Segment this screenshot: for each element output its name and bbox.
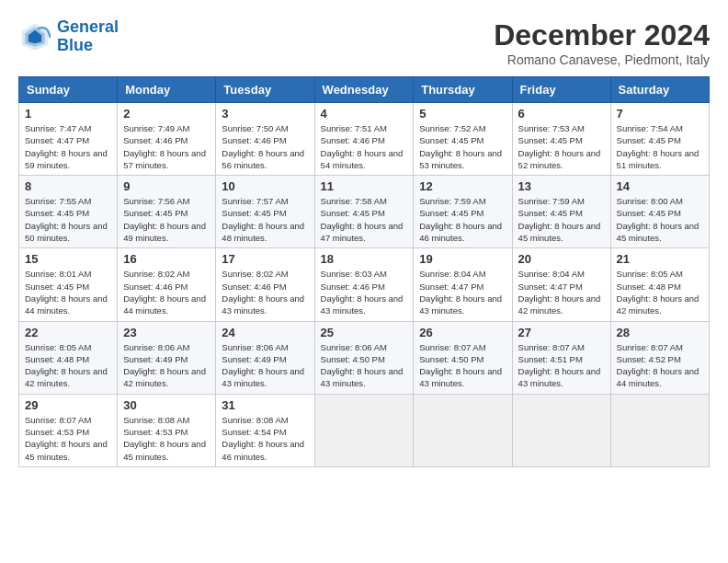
weekday-header: Monday	[118, 77, 216, 103]
day-number: 28	[617, 326, 703, 339]
calendar-cell: 25Sunrise: 8:06 AMSunset: 4:50 PMDayligh…	[314, 321, 414, 394]
weekday-header: Saturday	[610, 77, 709, 103]
calendar-cell: 27Sunrise: 8:07 AMSunset: 4:51 PMDayligh…	[512, 321, 610, 394]
day-info: Sunrise: 7:52 AMSunset: 4:45 PMDaylight:…	[419, 122, 506, 171]
calendar-cell: 13Sunrise: 7:59 AMSunset: 4:45 PMDayligh…	[512, 176, 610, 248]
day-info: Sunrise: 7:57 AMSunset: 4:45 PMDaylight:…	[222, 195, 308, 244]
logo-icon	[18, 20, 51, 53]
calendar-cell: 10Sunrise: 7:57 AMSunset: 4:45 PMDayligh…	[216, 176, 314, 248]
day-number: 26	[419, 326, 506, 339]
day-number: 31	[222, 398, 308, 412]
day-info: Sunrise: 8:07 AMSunset: 4:53 PMDaylight:…	[25, 414, 111, 463]
day-number: 15	[25, 252, 111, 266]
day-number: 9	[123, 179, 210, 193]
calendar-cell: 8Sunrise: 7:55 AMSunset: 4:45 PMDaylight…	[19, 176, 118, 248]
calendar-cell: 31Sunrise: 8:08 AMSunset: 4:54 PMDayligh…	[216, 394, 314, 466]
day-info: Sunrise: 7:55 AMSunset: 4:45 PMDaylight:…	[25, 195, 111, 244]
day-number: 1	[25, 107, 111, 121]
day-number: 3	[222, 107, 308, 121]
day-info: Sunrise: 8:01 AMSunset: 4:45 PMDaylight:…	[25, 268, 111, 316]
calendar-week-row: 1Sunrise: 7:47 AMSunset: 4:47 PMDaylight…	[19, 103, 710, 176]
day-number: 14	[617, 179, 703, 193]
calendar-cell: 4Sunrise: 7:51 AMSunset: 4:46 PMDaylight…	[314, 103, 414, 176]
calendar-cell: 20Sunrise: 8:04 AMSunset: 4:47 PMDayligh…	[512, 248, 610, 321]
calendar-cell: 26Sunrise: 8:07 AMSunset: 4:50 PMDayligh…	[414, 321, 512, 394]
calendar-cell: 9Sunrise: 7:56 AMSunset: 4:45 PMDaylight…	[118, 176, 216, 248]
day-number: 29	[25, 398, 111, 412]
day-info: Sunrise: 7:58 AMSunset: 4:45 PMDaylight:…	[321, 195, 408, 244]
day-number: 13	[518, 179, 605, 193]
day-number: 7	[617, 107, 703, 121]
calendar-cell: 19Sunrise: 8:04 AMSunset: 4:47 PMDayligh…	[414, 248, 512, 321]
day-number: 4	[321, 107, 408, 121]
calendar-cell: 16Sunrise: 8:02 AMSunset: 4:46 PMDayligh…	[118, 248, 216, 321]
calendar-table: SundayMondayTuesdayWednesdayThursdayFrid…	[18, 76, 710, 467]
logo: General Blue	[18, 18, 119, 55]
day-number: 18	[321, 252, 408, 266]
calendar-cell	[314, 394, 414, 466]
day-info: Sunrise: 7:56 AMSunset: 4:45 PMDaylight:…	[123, 195, 210, 244]
title-block: December 2024 Romano Canavese, Piedmont,…	[494, 18, 710, 67]
calendar-cell: 30Sunrise: 8:08 AMSunset: 4:53 PMDayligh…	[118, 394, 216, 466]
day-info: Sunrise: 8:05 AMSunset: 4:48 PMDaylight:…	[617, 268, 703, 316]
day-info: Sunrise: 8:07 AMSunset: 4:50 PMDaylight:…	[419, 341, 506, 390]
day-number: 23	[123, 326, 210, 339]
day-info: Sunrise: 8:07 AMSunset: 4:52 PMDaylight:…	[617, 341, 703, 390]
day-number: 30	[123, 398, 210, 412]
day-number: 10	[222, 179, 308, 193]
day-info: Sunrise: 8:06 AMSunset: 4:50 PMDaylight:…	[321, 341, 408, 390]
month-title: December 2024	[494, 18, 710, 52]
day-number: 6	[518, 107, 605, 121]
calendar-week-row: 15Sunrise: 8:01 AMSunset: 4:45 PMDayligh…	[19, 248, 710, 321]
day-number: 12	[419, 179, 506, 193]
calendar-cell: 24Sunrise: 8:06 AMSunset: 4:49 PMDayligh…	[216, 321, 314, 394]
calendar-cell: 12Sunrise: 7:59 AMSunset: 4:45 PMDayligh…	[414, 176, 512, 248]
calendar-cell: 15Sunrise: 8:01 AMSunset: 4:45 PMDayligh…	[19, 248, 118, 321]
day-info: Sunrise: 7:59 AMSunset: 4:45 PMDaylight:…	[518, 195, 605, 244]
day-number: 19	[419, 252, 506, 266]
calendar-cell: 22Sunrise: 8:05 AMSunset: 4:48 PMDayligh…	[19, 321, 118, 394]
page-header: General Blue December 2024 Romano Canave…	[18, 18, 710, 67]
day-info: Sunrise: 7:50 AMSunset: 4:46 PMDaylight:…	[222, 122, 308, 171]
day-info: Sunrise: 8:06 AMSunset: 4:49 PMDaylight:…	[222, 341, 308, 390]
day-number: 25	[321, 326, 408, 339]
day-info: Sunrise: 8:06 AMSunset: 4:49 PMDaylight:…	[123, 341, 210, 390]
weekday-header: Friday	[512, 77, 610, 103]
calendar-cell	[610, 394, 709, 466]
weekday-header: Tuesday	[216, 77, 314, 103]
weekday-header: Thursday	[414, 77, 512, 103]
day-info: Sunrise: 8:08 AMSunset: 4:53 PMDaylight:…	[123, 414, 210, 463]
day-info: Sunrise: 8:00 AMSunset: 4:45 PMDaylight:…	[617, 195, 703, 244]
calendar-cell: 5Sunrise: 7:52 AMSunset: 4:45 PMDaylight…	[414, 103, 512, 176]
day-info: Sunrise: 7:47 AMSunset: 4:47 PMDaylight:…	[25, 122, 111, 171]
day-number: 16	[123, 252, 210, 266]
day-info: Sunrise: 7:51 AMSunset: 4:46 PMDaylight:…	[321, 122, 408, 171]
calendar-cell: 11Sunrise: 7:58 AMSunset: 4:45 PMDayligh…	[314, 176, 414, 248]
day-info: Sunrise: 8:02 AMSunset: 4:46 PMDaylight:…	[123, 268, 210, 316]
calendar-cell: 1Sunrise: 7:47 AMSunset: 4:47 PMDaylight…	[19, 103, 118, 176]
weekday-header: Wednesday	[314, 77, 414, 103]
logo-text: General Blue	[57, 18, 119, 55]
calendar-cell: 23Sunrise: 8:06 AMSunset: 4:49 PMDayligh…	[118, 321, 216, 394]
day-info: Sunrise: 8:02 AMSunset: 4:46 PMDaylight:…	[222, 268, 308, 316]
calendar-cell: 14Sunrise: 8:00 AMSunset: 4:45 PMDayligh…	[610, 176, 709, 248]
calendar-cell: 28Sunrise: 8:07 AMSunset: 4:52 PMDayligh…	[610, 321, 709, 394]
day-number: 17	[222, 252, 308, 266]
calendar-cell: 6Sunrise: 7:53 AMSunset: 4:45 PMDaylight…	[512, 103, 610, 176]
calendar-cell: 21Sunrise: 8:05 AMSunset: 4:48 PMDayligh…	[610, 248, 709, 321]
calendar-week-row: 8Sunrise: 7:55 AMSunset: 4:45 PMDaylight…	[19, 176, 710, 248]
day-number: 27	[518, 326, 605, 339]
calendar-week-row: 29Sunrise: 8:07 AMSunset: 4:53 PMDayligh…	[19, 394, 710, 466]
day-number: 22	[25, 326, 111, 339]
weekday-header-row: SundayMondayTuesdayWednesdayThursdayFrid…	[19, 77, 710, 103]
calendar-cell	[512, 394, 610, 466]
calendar-cell: 3Sunrise: 7:50 AMSunset: 4:46 PMDaylight…	[216, 103, 314, 176]
day-info: Sunrise: 8:04 AMSunset: 4:47 PMDaylight:…	[419, 268, 506, 316]
day-info: Sunrise: 8:05 AMSunset: 4:48 PMDaylight:…	[25, 341, 111, 390]
calendar-cell: 2Sunrise: 7:49 AMSunset: 4:46 PMDaylight…	[118, 103, 216, 176]
day-number: 5	[419, 107, 506, 121]
calendar-week-row: 22Sunrise: 8:05 AMSunset: 4:48 PMDayligh…	[19, 321, 710, 394]
day-info: Sunrise: 7:53 AMSunset: 4:45 PMDaylight:…	[518, 122, 605, 171]
day-info: Sunrise: 8:07 AMSunset: 4:51 PMDaylight:…	[518, 341, 605, 390]
day-number: 2	[123, 107, 210, 121]
